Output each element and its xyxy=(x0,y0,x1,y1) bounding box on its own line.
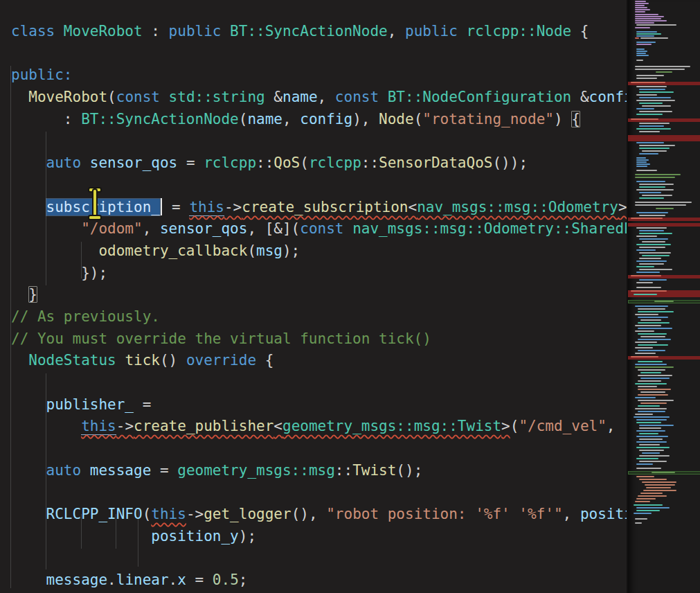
minimap-line xyxy=(639,461,667,462)
minimap-line xyxy=(642,255,670,256)
minimap-line xyxy=(639,450,664,451)
minimap-line xyxy=(640,378,670,379)
minimap-line xyxy=(636,189,674,191)
minimap-line xyxy=(636,60,643,61)
code-token: , xyxy=(318,89,335,105)
code-token: >( xyxy=(618,199,627,215)
code-token: = xyxy=(160,462,177,479)
code-line xyxy=(11,481,627,504)
code-token: position_x, xyxy=(580,506,627,522)
minimap-line xyxy=(639,425,674,426)
minimap-line xyxy=(636,128,671,130)
minimap-line xyxy=(639,479,667,480)
code-token: ), xyxy=(352,111,379,127)
minimap-line xyxy=(638,411,665,412)
code-token: ); xyxy=(282,242,300,259)
minimap-line xyxy=(635,66,690,67)
code-line: "/odom", sensor_qos, [&](const nav_msgs:… xyxy=(11,218,627,240)
minimap-line xyxy=(639,444,660,445)
minimap-line xyxy=(638,308,665,310)
minimap-line xyxy=(639,131,660,132)
code-token: :: xyxy=(256,154,273,171)
minimap-line xyxy=(635,18,661,19)
code-token: override xyxy=(186,352,265,369)
minimap-line xyxy=(635,11,645,12)
code-token: . xyxy=(107,572,116,588)
minimap-line xyxy=(636,55,649,56)
minimap-line xyxy=(639,192,661,193)
code-line: // As previously. xyxy=(11,306,627,328)
code-token: = xyxy=(143,396,152,413)
minimap-line xyxy=(635,37,639,39)
minimap-line xyxy=(636,53,646,54)
code-editor-pane[interactable]: class MoveRobot : public BT::SyncActionN… xyxy=(0,0,627,593)
minimap-line xyxy=(639,269,672,270)
minimap-line xyxy=(639,215,665,216)
minimap-line xyxy=(636,31,657,33)
minimap-line xyxy=(635,364,667,365)
code-token: Twist xyxy=(352,462,396,479)
minimap-line xyxy=(635,347,653,348)
minimap-line xyxy=(638,344,668,346)
minimap-line xyxy=(638,333,667,335)
minimap-line xyxy=(636,75,664,76)
code-token: position_y xyxy=(151,528,238,545)
code-token xyxy=(11,528,151,545)
minimap-line xyxy=(654,301,674,302)
minimap-line xyxy=(636,181,665,182)
minimap-line xyxy=(639,455,670,457)
code-token: ( xyxy=(414,111,423,127)
code-token: ); xyxy=(239,528,256,545)
minimap-line xyxy=(636,249,656,251)
code-token: rclcpp xyxy=(309,154,361,171)
minimap-line xyxy=(636,48,645,50)
code-token: < xyxy=(408,199,417,215)
code-token xyxy=(11,462,46,479)
minimap-line xyxy=(636,157,646,159)
code-token: auto xyxy=(46,154,90,171)
code-token: -> xyxy=(116,418,134,434)
minimap-line xyxy=(638,369,665,371)
code-token: ()); xyxy=(492,154,528,171)
minimap-line xyxy=(635,501,650,502)
minimap-line xyxy=(642,195,672,196)
code-token: "robot position: '%f' '%f'" xyxy=(326,506,562,522)
code-token: this xyxy=(189,199,224,216)
code-token: message xyxy=(90,462,160,479)
code-lines: class MoveRobot : public BT::SyncActionN… xyxy=(11,21,627,592)
minimap-line xyxy=(635,314,658,315)
minimap-line xyxy=(635,383,667,384)
minimap-line xyxy=(636,458,658,459)
code-token: subscription_ xyxy=(46,199,160,215)
code-token: public xyxy=(169,23,231,39)
code-token: message xyxy=(46,572,108,588)
code-token: , xyxy=(282,111,300,127)
minimap-line xyxy=(639,439,663,440)
code-token: const xyxy=(335,89,388,105)
code-token: BT::NodeConfiguration xyxy=(388,89,580,105)
code-token: MoveRobot xyxy=(64,23,143,39)
minimap-line xyxy=(631,290,667,292)
minimap-line xyxy=(636,419,667,421)
minimap-line xyxy=(638,339,671,340)
code-token: , xyxy=(143,220,160,237)
minimap-line xyxy=(639,252,671,254)
minimap-line xyxy=(638,495,667,497)
minimap-line xyxy=(635,16,664,17)
minimap-line xyxy=(635,522,642,524)
minimap-line xyxy=(635,27,650,28)
code-token: , xyxy=(388,23,405,39)
minimap[interactable] xyxy=(627,0,700,593)
minimap-line xyxy=(639,279,667,281)
minimap-line xyxy=(639,197,664,199)
code-token xyxy=(11,199,46,215)
code-token: // As previously. xyxy=(11,308,160,325)
minimap-line xyxy=(639,111,672,112)
minimap-line xyxy=(638,350,665,351)
code-line xyxy=(11,372,627,394)
minimap-line xyxy=(636,114,663,115)
minimap-line xyxy=(636,287,661,288)
minimap-line xyxy=(636,33,661,35)
minimap-line xyxy=(639,125,664,127)
minimap-line xyxy=(639,258,661,259)
